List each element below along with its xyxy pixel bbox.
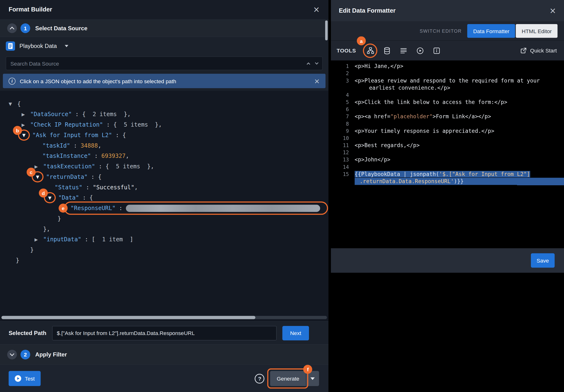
quick-start-label: Quick Start	[530, 47, 557, 54]
expanded-icon: ▼	[22, 133, 26, 138]
sitemap-icon[interactable]	[366, 46, 375, 55]
tree-row-data[interactable]: d ▼ "Data" : {	[0, 192, 329, 203]
punct: },	[117, 111, 131, 118]
tree-row-datasource[interactable]: ▶ "DataSource" : { 2 items },	[0, 109, 329, 119]
line-number: 13	[335, 156, 349, 163]
editor-tabs-row: SWITCH EDITOR Data Formatter HTML Editor	[331, 22, 564, 40]
punct: ]	[123, 236, 133, 243]
test-button[interactable]: Test	[9, 371, 41, 386]
selected-path-input[interactable]	[52, 326, 277, 340]
json-key: "Status"	[55, 184, 82, 191]
save-button[interactable]: Save	[531, 253, 555, 267]
datasource-selector[interactable]: Playbook Data	[0, 37, 329, 55]
line-number: 6	[335, 106, 349, 113]
punct: :	[116, 205, 126, 212]
brace: },	[43, 225, 50, 233]
code-line: 11<p>Best regards,</p>	[335, 142, 564, 149]
tree-row-close: }	[0, 213, 329, 224]
code-line: 8	[335, 120, 564, 127]
search-input[interactable]	[11, 60, 304, 67]
line-number: 12	[335, 149, 349, 156]
tree-row-taskexecution[interactable]: ▶ "taskExecution" : { 5 items },	[0, 161, 329, 172]
info-banner-wrap: i Click on a JSON object to add the obje…	[0, 72, 329, 91]
item-count: 2 items	[93, 111, 117, 118]
punct: },	[140, 163, 154, 170]
switch-editor-label: SWITCH EDITOR	[420, 28, 462, 34]
tree-row-close: }	[0, 255, 329, 266]
tree-row-root[interactable]: ▼ {	[0, 98, 329, 109]
punct: : {	[88, 173, 102, 180]
punct: },	[148, 121, 162, 128]
step1-header[interactable]: 1 Select Data Source	[0, 20, 329, 37]
tree-row-ask-for-input[interactable]: b ▼ "Ask for Input from L2" : {	[0, 130, 329, 140]
punct: : {	[95, 163, 116, 170]
code-line: 1<p>Hi Jane,</p>	[335, 63, 564, 70]
horizontal-scrollbar[interactable]	[1, 316, 327, 319]
playbook-data-icon	[6, 41, 15, 51]
tab-html-editor[interactable]: HTML Editor	[516, 24, 557, 38]
step2-header[interactable]: 2 Apply Filter	[0, 344, 329, 364]
close-icon[interactable]: ×	[550, 7, 556, 15]
code-text: .returnData.Data.ResponseURL')}}	[355, 178, 564, 185]
punct: : {	[112, 132, 126, 139]
banner-close-icon[interactable]: ×	[314, 78, 320, 84]
collapsed-icon[interactable]: ▶	[35, 237, 43, 242]
info-square-icon[interactable]	[432, 46, 441, 55]
collapsed-icon[interactable]: ▶	[22, 122, 30, 127]
align-left-icon[interactable]	[399, 46, 408, 55]
annotation-badge-e: e	[59, 204, 68, 213]
chevron-up-icon	[10, 27, 14, 31]
collapse-section-button[interactable]	[7, 23, 17, 33]
line-number	[335, 178, 349, 185]
json-number: 6939327	[101, 153, 126, 159]
chevron-down-icon[interactable]	[315, 61, 318, 64]
punct: : {	[79, 194, 93, 201]
close-icon[interactable]: ×	[313, 6, 320, 14]
info-icon: i	[9, 78, 15, 84]
redacted-value	[126, 205, 320, 212]
annotation-badge-c: c	[27, 168, 36, 177]
banner-text: Click on a JSON object to add the object…	[20, 78, 176, 84]
collapsed-icon[interactable]: ▶	[22, 112, 30, 117]
code-line: 3<p>Please review and respond to the req…	[335, 77, 564, 84]
play-circle-icon[interactable]	[416, 46, 424, 55]
quick-start-button[interactable]: Quick Start	[520, 47, 557, 54]
caret-down-icon	[65, 45, 69, 47]
code-line: 9<p>Your timely response is appreciated.…	[335, 127, 564, 135]
annotation-badge-a: a	[357, 36, 366, 45]
collapsed-icon[interactable]: ▶	[35, 164, 43, 169]
search-row	[0, 55, 329, 72]
tree-row-close: },	[0, 224, 329, 234]
expanded-icon[interactable]: ▼	[9, 101, 17, 106]
code-editor[interactable]: 1<p>Hi Jane,</p> 2 3<p>Please review and…	[331, 60, 564, 248]
screen: Format Builder × 1 Select Data Source Pl…	[0, 0, 564, 392]
expand-section-button[interactable]	[7, 350, 17, 360]
data-formatter-header: Edit Data Formatter ×	[331, 0, 564, 22]
tree-row-returndata[interactable]: c ▼ "returnData" : {	[0, 172, 329, 182]
next-button[interactable]: Next	[282, 326, 309, 340]
generate-button[interactable]: Generate	[270, 371, 306, 386]
tree-row-inputdata[interactable]: ▶ "inputData" : [ 1 item ]	[0, 234, 329, 245]
code-line: 12	[335, 149, 564, 156]
line-number: 10	[335, 135, 349, 142]
database-icon[interactable]	[383, 46, 391, 55]
tree-row-check-ip-reputation[interactable]: ▶ "Check IP Reputation" : { 5 items },	[0, 119, 329, 130]
chevron-up-icon[interactable]	[306, 62, 310, 66]
scrollbar-thumb[interactable]	[1, 316, 255, 319]
vertical-scrollbar[interactable]	[325, 20, 328, 40]
code-text: earliest convenience.</p>	[355, 84, 450, 91]
tree-row-responseurl[interactable]: e "ResponseURL" :	[0, 203, 329, 213]
tree-row-taskinstance[interactable]: "taskInstance" : 6939327,	[0, 151, 329, 161]
help-icon[interactable]: ?	[255, 374, 265, 383]
tree-row-status[interactable]: "Status" : "Successful",	[0, 182, 329, 193]
tab-data-formatter[interactable]: Data Formatter	[468, 24, 515, 38]
tree-row-taskid[interactable]: "taskId" : 34888,	[0, 140, 329, 151]
line-number: 15	[335, 170, 349, 178]
search-stepper	[307, 61, 318, 65]
code-line-selected: 15{{PlaybookData | jsonpath('$.["Ask for…	[335, 170, 564, 178]
json-key: "Check IP Reputation"	[30, 121, 103, 128]
tools-label: TOOLS	[337, 47, 362, 54]
generate-button-group: Generate f	[270, 371, 319, 386]
brace: }	[57, 215, 61, 222]
expanded-icon: ▼	[48, 195, 52, 200]
